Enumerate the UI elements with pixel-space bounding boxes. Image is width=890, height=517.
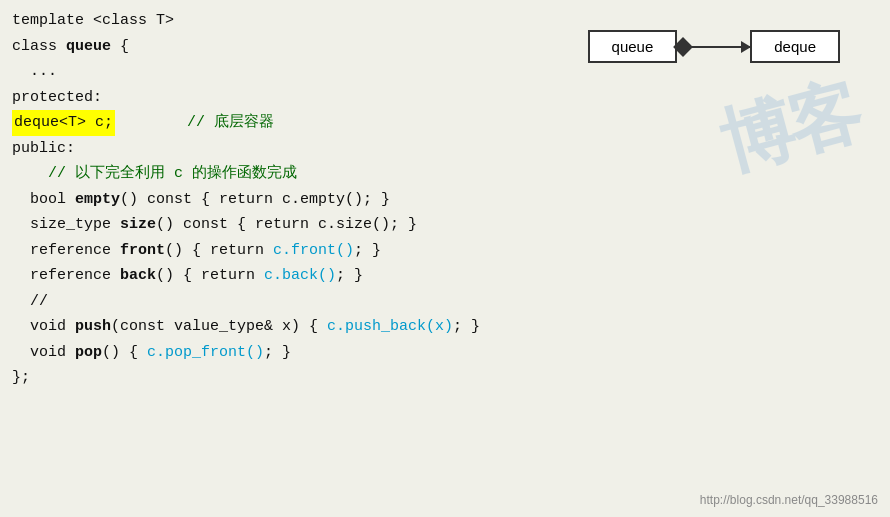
code-keyword: pop — [75, 340, 102, 366]
code-text: ; } — [336, 263, 363, 289]
code-line-7: // 以下完全利用 c 的操作函数完成 — [12, 161, 878, 187]
code-text: bool — [12, 187, 75, 213]
footer-url: http://blog.csdn.net/qq_33988516 — [700, 493, 878, 507]
code-line-15: }; — [12, 365, 878, 391]
code-text: size_type — [12, 212, 120, 238]
code-cyan: c.push_back(x) — [327, 314, 453, 340]
code-cyan: c.back() — [264, 263, 336, 289]
code-keyword: front — [120, 238, 165, 264]
code-cyan: c.front() — [273, 238, 354, 264]
code-line-10: reference front() { return c.front(); } — [12, 238, 878, 264]
deque-box: deque — [750, 30, 840, 63]
code-text: // — [12, 289, 48, 315]
code-text: void — [12, 340, 75, 366]
code-comment: // 以下完全利用 c 的操作函数完成 — [12, 161, 297, 187]
code-text: () { return — [156, 263, 264, 289]
code-text: () { return — [165, 238, 273, 264]
code-text: () const { return c.size(); } — [156, 212, 417, 238]
code-text: public: — [12, 136, 75, 162]
code-line-6: public: — [12, 136, 878, 162]
code-text: reference — [12, 238, 120, 264]
code-text: reference — [12, 263, 120, 289]
code-keyword: queue — [66, 34, 111, 60]
code-line-11: reference back() { return c.back(); } — [12, 263, 878, 289]
code-line-14: void pop() { c.pop_front(); } — [12, 340, 878, 366]
main-container: queue deque 博客 template <class T> class … — [0, 0, 890, 517]
code-line-12: // — [12, 289, 878, 315]
code-line-9: size_type size() const { return c.size()… — [12, 212, 878, 238]
code-keyword: empty — [75, 187, 120, 213]
code-text: class — [12, 34, 66, 60]
code-text: () { — [102, 340, 147, 366]
code-text: ; } — [264, 340, 291, 366]
queue-box: queue — [588, 30, 678, 63]
code-text: }; — [12, 365, 30, 391]
code-text: ; } — [354, 238, 381, 264]
code-text: ; } — [453, 314, 480, 340]
code-block: template <class T> class queue { ... pro… — [12, 8, 878, 391]
code-text: { — [111, 34, 129, 60]
class-diagram: queue deque — [588, 30, 840, 63]
code-text: ... — [12, 59, 57, 85]
diagram-arrow — [677, 40, 750, 54]
code-comment: // 底层容器 — [115, 110, 274, 136]
code-cyan: c.pop_front() — [147, 340, 264, 366]
code-text: (const value_type& x) { — [111, 314, 327, 340]
code-text: protected: — [12, 85, 102, 111]
code-highlight: deque<T> c; — [12, 110, 115, 136]
code-line-13: void push(const value_type& x) { c.push_… — [12, 314, 878, 340]
arrow-line — [690, 46, 750, 48]
code-keyword: size — [120, 212, 156, 238]
code-text: template <class T> — [12, 8, 174, 34]
code-text: void — [12, 314, 75, 340]
code-keyword: back — [120, 263, 156, 289]
code-line-4: protected: — [12, 85, 878, 111]
code-line-8: bool empty() const { return c.empty(); } — [12, 187, 878, 213]
code-line-5: deque<T> c; // 底层容器 — [12, 110, 878, 136]
code-text: () const { return c.empty(); } — [120, 187, 390, 213]
code-keyword: push — [75, 314, 111, 340]
